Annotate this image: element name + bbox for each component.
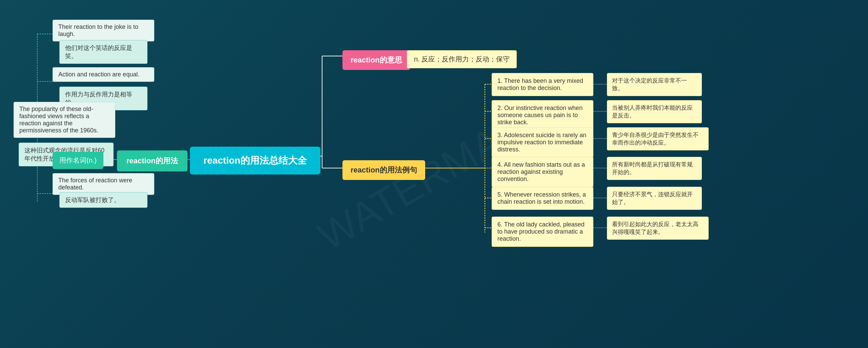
example-6-num: 6. <box>497 221 502 228</box>
left-box-3-en: The popularity of these old-fashioned vi… <box>14 102 115 138</box>
example-1-num: 1. <box>497 77 502 84</box>
example-2-cn: 当被别人弄疼时我们本能的反应是反击。 <box>607 100 702 123</box>
example-5-text: Whenever recession strikes, a chain reac… <box>497 191 586 205</box>
main-node: reaction的用法总结大全 <box>190 147 320 175</box>
example-node: reaction的用法例句 <box>342 160 425 180</box>
example-1-text: There has been a very mixed reaction to … <box>497 77 583 91</box>
left-box-4-cn: 反动军队被打败了。 <box>59 192 147 208</box>
example-6-text: The old lady cackled, pleased to have pr… <box>497 221 585 242</box>
left-box-4-en: The forces of reaction were defeated. <box>53 173 154 195</box>
example-4-num: 4. <box>497 161 502 168</box>
example-2-num: 2. <box>497 105 502 111</box>
part-of-speech-label: 用作名词(n.) <box>53 152 103 169</box>
meaning-node: reaction的意思 <box>342 50 410 70</box>
example-6-cn: 看到引起如此大的反应，老太太高兴得嘎嘎笑了起来。 <box>607 217 709 240</box>
example-2-en: 2. Our instinctive reaction when someone… <box>492 100 593 130</box>
example-3-num: 3. <box>497 132 502 139</box>
example-4-en: 4. All new fashion starts out as a react… <box>492 157 593 187</box>
example-3-en: 3. Adolescent suicide is rarely an impul… <box>492 127 593 158</box>
intermediate-node: reaction的用法 <box>117 150 188 171</box>
example-2-text: Our instinctive reaction when someone ca… <box>497 105 583 126</box>
example-4-text: All new fashion starts out as a reaction… <box>497 161 585 182</box>
left-box-2-en: Action and reaction are equal. <box>53 67 154 82</box>
example-3-cn: 青少年自杀很少是由于突然发生不幸而作出的冲动反应。 <box>607 127 709 150</box>
example-6-en: 6. The old lady cackled, pleased to have… <box>492 217 593 247</box>
example-5-en: 5. Whenever recession strikes, a chain r… <box>492 187 593 210</box>
left-box-1: Their reaction to the joke is to laugh. <box>53 20 154 41</box>
left-box-1-en: Their reaction to the joke is to laugh. <box>53 20 154 41</box>
left-box-1-cn: 他们对这个笑话的反应是笑。 <box>59 40 147 64</box>
example-3-text: Adolescent suicide is rarely an impulsiv… <box>497 132 586 153</box>
example-5-cn: 只要经济不景气，连锁反应就开始了。 <box>607 187 702 210</box>
example-1-en: 1. There has been a very mixed reaction … <box>492 73 593 96</box>
meaning-def: n. 反应；反作用力；反动；保守 <box>407 50 517 68</box>
example-4-cn: 所有新时尚都是从打破现有常规开始的。 <box>607 157 702 180</box>
example-1-cn: 对于这个决定的反应非常不一致。 <box>607 73 702 96</box>
example-5-num: 5. <box>497 191 502 198</box>
